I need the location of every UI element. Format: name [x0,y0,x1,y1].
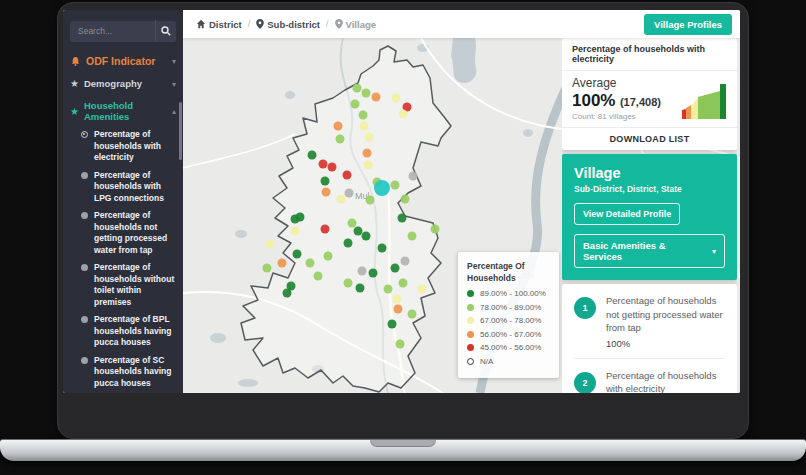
right-panel: Percentage of households with electricit… [562,38,737,393]
village-dot[interactable] [364,161,373,170]
village-dot[interactable] [263,264,272,273]
village-dot[interactable] [328,163,337,172]
sidebar-section-demography[interactable]: ★ Demography ▾ [63,73,183,95]
village-dot[interactable] [378,244,387,253]
pin-icon [256,19,264,29]
village-dot[interactable] [384,285,393,294]
amenity-item-label: Percentage of households without toilet … [94,262,177,308]
sidebar-section-label: Household Amenities [84,101,167,122]
village-dot[interactable] [324,252,333,261]
amenity-item-label: Percentage of households not getting pro… [94,210,177,256]
village-dot[interactable] [306,259,315,268]
village-dot[interactable] [322,188,331,197]
village-dot[interactable] [291,227,300,236]
village-dot[interactable] [278,259,287,268]
breadcrumb-sub-district[interactable]: Sub-district [256,19,320,30]
download-list-button[interactable]: DOWNLOAD LIST [562,127,737,150]
village-dot[interactable] [399,279,408,288]
village-dot[interactable] [353,84,362,93]
breadcrumb-district[interactable]: District [196,19,242,30]
sidebar-amenity-item[interactable]: Percentage of households without toilet … [81,262,177,308]
village-dot[interactable] [398,214,407,223]
village-dot[interactable] [287,282,296,291]
village-dot[interactable] [362,89,371,98]
village-dot[interactable] [334,122,343,131]
village-dot[interactable] [354,227,363,236]
village-dot[interactable] [321,225,330,234]
village-dot[interactable] [363,149,372,158]
indicator-list-item: 2Percentage of households with electrici… [574,358,725,394]
search-button[interactable] [155,20,176,41]
indicator-list-item: 1Percentage of households not getting pr… [574,284,725,358]
sidebar-scrollbar[interactable] [179,102,182,160]
village-dot[interactable] [396,340,405,349]
village-dot[interactable] [418,285,427,294]
village-dot[interactable] [391,181,400,190]
village-dot[interactable] [360,122,369,131]
breadcrumb-separator: / [326,19,329,29]
map-container: MulChamorshi Percentage Of Households 89… [183,38,740,393]
village-dot[interactable] [358,267,367,276]
village-dot[interactable] [266,240,275,249]
village-dot[interactable] [431,225,440,234]
stats-card-title: Percentage of households with electricit… [562,38,737,71]
village-dot[interactable] [393,295,402,304]
village-dot[interactable] [369,269,378,278]
village-dot[interactable] [401,195,410,204]
village-dot[interactable] [401,257,410,266]
village-profiles-button[interactable]: Village Profiles [644,14,732,35]
village-dot[interactable] [408,232,417,241]
village-dot[interactable] [392,94,401,103]
village-dot[interactable] [359,111,368,120]
village-dot[interactable] [336,135,345,144]
legend-entry-label: 56.00% - 67.00% [480,330,541,339]
village-dot[interactable] [293,250,302,259]
village-dot[interactable] [362,232,371,241]
village-dot[interactable] [399,110,408,119]
village-dot[interactable] [337,195,346,204]
selected-radio-icon [81,131,88,138]
village-dot[interactable] [372,93,381,102]
topbar: District / Sub-district / Vill [183,10,740,38]
bullet-icon [81,264,88,271]
legend-title: Percentage Of Households [467,260,537,284]
sidebar-section-odf-indicator[interactable]: ODF Indicator ▾ [63,50,183,74]
average-label: Average [572,76,661,90]
sidebar-amenity-item[interactable]: Percentage of households with electricit… [81,129,177,164]
village-dot[interactable] [394,305,403,314]
sidebar: ODF Indicator ▾ ★ Demography ▾ ★ Househo… [63,10,183,393]
village-subtitle: Sub-District, District, State [574,184,725,194]
village-dot[interactable] [365,133,374,142]
village-dot[interactable] [321,177,330,186]
village-dot[interactable] [366,196,375,205]
village-dot[interactable] [344,279,353,288]
village-dot[interactable] [343,171,352,180]
selected-village-dot[interactable] [374,180,390,196]
sidebar-amenity-item[interactable]: Percentage of households with LPG connec… [81,170,177,205]
village-dot[interactable] [344,239,353,248]
village-dot[interactable] [351,100,360,109]
view-detailed-profile-button[interactable]: View Detailed Profile [574,203,680,225]
village-dot[interactable] [319,160,328,169]
star-icon: ★ [70,79,79,89]
sidebar-section-household-amenities[interactable]: ★ Household Amenities ▴ [63,95,183,128]
village-dot[interactable] [308,151,317,160]
village-dot[interactable] [348,219,357,228]
amenities-dropdown[interactable]: Basic Amenities & Services ▾ [574,234,725,268]
sidebar-amenity-item[interactable]: Percentage of households not getting pro… [81,210,177,256]
home-icon [196,19,206,29]
village-dot[interactable] [408,310,417,319]
village-dot[interactable] [345,189,354,198]
legend-color-dot [467,358,474,365]
village-dot[interactable] [356,284,365,293]
legend-entry: N/A [467,357,550,366]
village-dot[interactable] [388,320,397,329]
bell-icon [70,56,81,67]
village-dot[interactable] [291,215,300,224]
village-dot[interactable] [314,272,323,281]
breadcrumb-label: Village [346,19,376,30]
village-dot[interactable] [409,172,418,181]
sidebar-amenity-item[interactable]: Percentage of SC households having pucca… [81,355,177,390]
village-dot[interactable] [391,264,400,273]
sidebar-amenity-item[interactable]: Percentage of BPL households having pucc… [81,314,177,349]
